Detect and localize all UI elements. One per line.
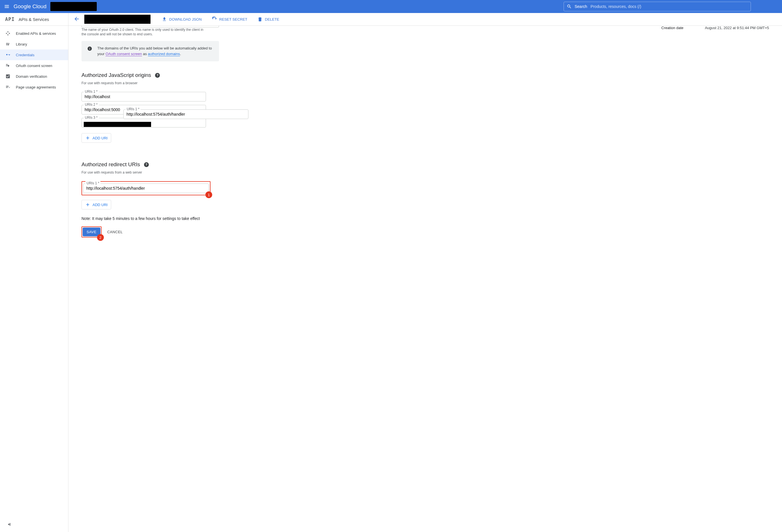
button-row: SAVE 2 CANCEL — [81, 226, 769, 237]
add-uri-label: ADD URI — [93, 136, 108, 140]
back-arrow-icon[interactable] — [74, 16, 80, 23]
collapse-sidebar-icon[interactable] — [7, 522, 11, 528]
sidebar-title: APIs & Services — [19, 17, 49, 22]
search-icon — [567, 4, 572, 9]
name-helper-text: The name of your OAuth 2.0 client. This … — [81, 28, 206, 36]
consent-icon — [5, 63, 11, 68]
field-label: URIs 2 * — [84, 103, 99, 107]
main-content: DOWNLOAD JSON RESET SECRET DELETE Creati… — [68, 13, 782, 532]
domains-info-text: The domains of the URIs you add below wi… — [97, 45, 213, 57]
gcp-logo[interactable]: Google Cloud — [13, 3, 46, 10]
sidebar-header[interactable]: API APIs & Services — [0, 13, 68, 26]
redirect-uri-highlight: URIs 1 * 1 — [81, 181, 211, 195]
diamond-icon — [5, 31, 11, 36]
add-uri-label: ADD URI — [93, 203, 108, 207]
info-icon — [87, 46, 92, 52]
field-label: URIs 1 * — [126, 107, 141, 111]
help-icon[interactable]: ? — [144, 162, 149, 167]
client-name-redacted — [84, 15, 150, 24]
floating-uri-input[interactable] — [123, 109, 248, 119]
sidebar-item-domain-verification[interactable]: Domain verification — [0, 71, 68, 82]
plus-icon — [85, 136, 90, 141]
key-icon — [5, 52, 11, 58]
check-icon — [5, 74, 11, 79]
sidebar-item-oauth-consent[interactable]: OAuth consent screen — [0, 60, 68, 71]
refresh-icon — [212, 17, 217, 22]
sidebar-item-label: Library — [16, 42, 27, 46]
agreement-icon — [5, 84, 11, 90]
delete-button[interactable]: DELETE — [257, 17, 279, 22]
plus-icon — [85, 202, 90, 207]
js-uri-field-1: URIs 1 * — [81, 92, 206, 102]
sidebar-item-label: Credentials — [16, 53, 35, 57]
authorized-domains-link[interactable]: authorized domains — [148, 52, 180, 56]
trash-icon — [257, 17, 262, 22]
search-input[interactable]: Search Products, resources, docs (/) — [564, 2, 751, 11]
reset-secret-button[interactable]: RESET SECRET — [212, 17, 247, 22]
sidebar-item-label: Enabled APIs & services — [16, 31, 56, 36]
field-label: URIs 1 * — [85, 181, 100, 185]
redirect-uri-field-1: URIs 1 * — [83, 184, 209, 193]
action-bar: DOWNLOAD JSON RESET SECRET DELETE — [68, 13, 782, 26]
add-uri-button-redirect[interactable]: ADD URI — [81, 200, 111, 210]
js-uri-field-3: URIs 3 * — [81, 118, 206, 127]
top-header: Google Cloud Search Products, resources,… — [0, 0, 782, 13]
annotation-badge-1: 1 — [205, 191, 212, 198]
creation-date-label: Creation date — [661, 26, 705, 30]
library-icon — [5, 41, 11, 47]
search-label: Search — [575, 4, 587, 9]
js-origins-title: Authorized JavaScript origins ? — [81, 72, 769, 78]
sidebar-item-library[interactable]: Library — [0, 39, 68, 49]
annotation-badge-2: 2 — [97, 234, 104, 241]
js-uri-input-1[interactable] — [81, 92, 206, 102]
settings-note: Note: It may take 5 minutes to a few hou… — [81, 216, 769, 221]
redirect-uris-sub: For use with requests from a web server — [81, 170, 769, 175]
reset-secret-label: RESET SECRET — [219, 17, 247, 22]
sidebar-item-credentials[interactable]: Credentials — [0, 49, 68, 60]
search-placeholder: Products, resources, docs (/) — [591, 4, 641, 9]
add-uri-button-js[interactable]: ADD URI — [81, 133, 111, 143]
creation-date-row: Creation date August 21, 2022 at 9:51:44… — [661, 26, 769, 30]
redirect-uris-title: Authorized redirect URIs ? — [81, 161, 769, 167]
download-icon — [162, 17, 167, 22]
download-json-label: DOWNLOAD JSON — [169, 17, 202, 22]
download-json-button[interactable]: DOWNLOAD JSON — [162, 17, 202, 22]
api-logo: API — [5, 16, 15, 22]
field-label: URIs 3 * — [84, 116, 99, 120]
sidebar-item-enabled-apis[interactable]: Enabled APIs & services — [0, 28, 68, 39]
field-label: URIs 1 * — [84, 89, 99, 93]
sidebar-item-label: OAuth consent screen — [16, 64, 52, 68]
help-icon[interactable]: ? — [155, 73, 160, 78]
sidebar-item-label: Page usage agreements — [16, 85, 56, 89]
redacted-value — [84, 122, 151, 127]
oauth-consent-link[interactable]: OAuth consent screen — [106, 52, 142, 56]
sidebar-item-label: Domain verification — [16, 74, 47, 79]
cancel-button[interactable]: CANCEL — [107, 230, 123, 234]
delete-label: DELETE — [265, 17, 279, 22]
save-highlight: SAVE 2 — [81, 226, 102, 237]
creation-date-value: August 21, 2022 at 9:51:44 PM GMT+5 — [705, 26, 769, 30]
hamburger-icon[interactable] — [4, 4, 10, 9]
floating-uri-field: URIs 1 * — [123, 109, 248, 119]
sidebar: API APIs & Services Enabled APIs & servi… — [0, 13, 68, 532]
domains-info-box: The domains of the URIs you add below wi… — [81, 41, 219, 61]
project-selector[interactable] — [50, 2, 97, 11]
sidebar-item-page-usage[interactable]: Page usage agreements — [0, 82, 68, 92]
js-origins-sub: For use with requests from a browser — [81, 81, 769, 85]
redirect-uri-input-1[interactable] — [83, 184, 209, 193]
